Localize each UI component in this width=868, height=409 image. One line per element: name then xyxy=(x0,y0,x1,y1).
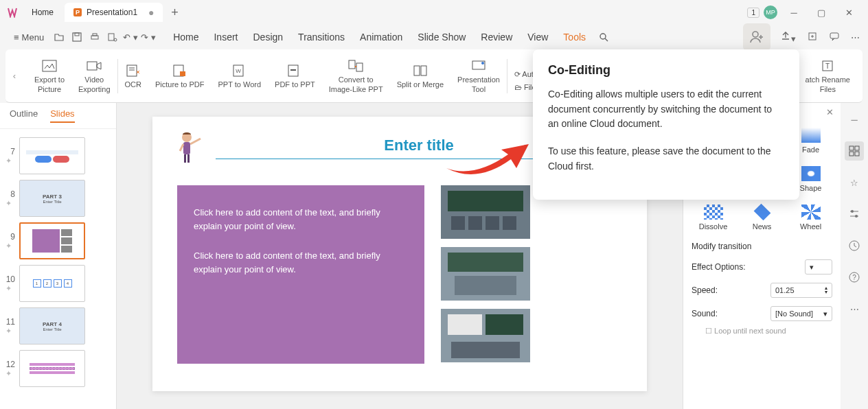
svg-rect-51 xyxy=(486,314,523,335)
open-icon[interactable] xyxy=(51,29,67,45)
menu-tabs: Home Insert Design Transitions Animation… xyxy=(172,29,587,45)
maximize-button[interactable]: ▢ xyxy=(808,3,835,22)
coediting-button[interactable] xyxy=(743,23,770,51)
collapse-icon[interactable]: ─ xyxy=(845,110,864,129)
svg-point-10 xyxy=(753,32,758,37)
svg-rect-27 xyxy=(356,63,363,71)
menu-tab-review[interactable]: Review xyxy=(479,29,514,45)
export-to-picture[interactable]: Export to Picture xyxy=(27,49,71,102)
menu-tab-tools[interactable]: Tools xyxy=(562,29,587,45)
ppt-to-word[interactable]: W PPT to Word xyxy=(212,49,269,102)
transition-dissolve[interactable]: Dissolve xyxy=(692,204,735,231)
export-icon[interactable] xyxy=(807,31,818,44)
svg-rect-52 xyxy=(451,342,520,358)
svg-rect-35 xyxy=(183,142,190,154)
slide-text-box[interactable]: Click here to add content of the text, a… xyxy=(177,185,424,364)
menu-tab-design[interactable]: Design xyxy=(252,29,285,45)
tab-home[interactable]: Home xyxy=(23,3,62,22)
svg-rect-43 xyxy=(468,216,482,230)
slide-thumb: 1234 xyxy=(19,265,85,302)
tab-add[interactable]: + xyxy=(165,3,185,22)
slides-panel: Outline Slides 7✦ 8✦ PART 3 Enter Title … xyxy=(0,103,117,409)
menu-tab-transitions[interactable]: Transitions xyxy=(297,29,346,45)
convert-image-ppt[interactable]: Convert to Image-Like PPT xyxy=(322,49,390,102)
slide-item[interactable]: 11✦ PART 4 Enter Title xyxy=(0,305,116,347)
batch-rename[interactable]: T atch Rename Files xyxy=(799,49,857,102)
svg-point-60 xyxy=(855,215,858,218)
ribbon-scroll-left[interactable]: ‹ xyxy=(8,56,21,97)
slide-image[interactable] xyxy=(441,247,530,301)
picture-to-pdf[interactable]: Picture to PDF xyxy=(148,49,212,102)
history-icon[interactable] xyxy=(845,236,864,255)
teacher-figure-icon xyxy=(177,130,202,165)
svg-rect-45 xyxy=(503,216,516,230)
slide-item[interactable]: 9✦ xyxy=(0,220,116,262)
presentation-tool[interactable]: Presentation Tool xyxy=(450,49,507,102)
effect-options-select[interactable]: ▾ xyxy=(805,259,832,274)
slide-item[interactable]: 12✦ xyxy=(0,347,116,390)
svg-point-7 xyxy=(114,38,117,41)
slides-tab[interactable]: Slides xyxy=(50,108,74,123)
slide-item[interactable]: 10✦ 1234 xyxy=(0,262,116,305)
slide-image[interactable] xyxy=(441,185,530,239)
help-icon[interactable]: ? xyxy=(845,268,864,287)
menu-tab-home[interactable]: Home xyxy=(172,29,200,45)
sound-select[interactable]: [No Sound]▾ xyxy=(770,306,832,321)
save-icon[interactable] xyxy=(69,29,85,45)
minimize-button[interactable]: ─ xyxy=(780,3,808,22)
split-merge-icon xyxy=(412,62,429,79)
svg-rect-38 xyxy=(184,154,186,163)
slide-thumb: PART 4 Enter Title xyxy=(19,307,85,344)
menu-tab-view[interactable]: View xyxy=(526,29,549,45)
menu-tab-insert[interactable]: Insert xyxy=(212,29,239,45)
svg-rect-5 xyxy=(93,34,97,36)
svg-line-36 xyxy=(190,139,201,144)
slide-item[interactable]: 8✦ PART 3 Enter Title xyxy=(0,177,116,220)
svg-rect-4 xyxy=(91,36,98,39)
speed-input[interactable]: 01.25▴▾ xyxy=(770,283,832,298)
svg-text:P: P xyxy=(76,9,80,16)
transition-wheel[interactable]: Wheel xyxy=(789,204,832,231)
search-icon[interactable] xyxy=(595,29,612,45)
close-pane-icon[interactable]: ✕ xyxy=(826,107,834,117)
svg-rect-14 xyxy=(830,33,838,38)
redo-icon[interactable]: ↷ ▾ xyxy=(140,29,157,45)
svg-rect-6 xyxy=(108,34,114,40)
svg-rect-53 xyxy=(849,146,854,150)
split-or-merge[interactable]: Split or Merge xyxy=(390,49,450,102)
transition-news[interactable]: News xyxy=(740,204,784,231)
tab-document[interactable]: P Presentation1 ● xyxy=(65,3,163,22)
star-icon[interactable]: ☆ xyxy=(845,173,864,192)
print-icon[interactable] xyxy=(87,29,103,45)
slide-thumb: PART 3 Enter Title xyxy=(19,180,85,217)
avatar[interactable]: MP xyxy=(764,5,777,19)
ocr[interactable]: OCR xyxy=(118,49,148,102)
menu-tab-animation[interactable]: Animation xyxy=(358,29,404,45)
chat-icon[interactable] xyxy=(829,31,840,44)
undo-icon[interactable]: ↶ ▾ xyxy=(122,29,139,45)
convert-icon xyxy=(347,58,364,74)
outline-tab[interactable]: Outline xyxy=(10,108,38,123)
settings-icon[interactable] xyxy=(845,204,864,224)
svg-rect-55 xyxy=(849,152,854,156)
share-icon[interactable]: ▾ xyxy=(780,31,796,44)
print-preview-icon[interactable] xyxy=(104,29,121,45)
properties-icon[interactable] xyxy=(845,141,864,161)
pdf-to-ppt[interactable]: PDF to PPT xyxy=(268,49,322,102)
slide-item[interactable]: 7✦ xyxy=(0,135,116,177)
more-icon[interactable]: ⋯ xyxy=(845,299,864,318)
menu-tab-slideshow[interactable]: Slide Show xyxy=(416,29,467,45)
menu-button[interactable]: ≡ Menu xyxy=(8,30,49,45)
loop-checkbox-label[interactable]: ☐ Loop until next sound xyxy=(705,327,832,336)
svg-rect-29 xyxy=(421,66,426,75)
svg-rect-41 xyxy=(448,191,523,211)
counter-badge[interactable]: 1 xyxy=(747,8,760,18)
more-icon[interactable]: ⋯ xyxy=(851,32,860,43)
close-button[interactable]: ✕ xyxy=(835,3,863,22)
svg-rect-44 xyxy=(486,216,499,230)
slide-thumb xyxy=(19,137,85,174)
slide-image[interactable] xyxy=(441,309,530,362)
video-exporting[interactable]: Video Exporting xyxy=(71,49,117,102)
svg-rect-54 xyxy=(855,146,859,150)
vertical-toolbar: ─ ☆ ? ⋯ xyxy=(841,103,868,409)
